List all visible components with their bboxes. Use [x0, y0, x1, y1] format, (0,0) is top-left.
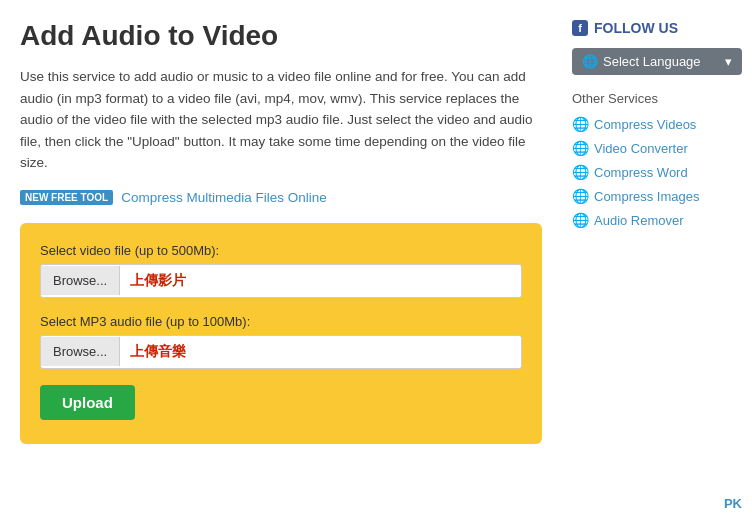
page-wrapper: Add Audio to Video Use this service to a… [0, 0, 752, 531]
audio-file-display: 上傳音樂 [120, 336, 521, 368]
list-item: 🌐 Compress Word [572, 164, 742, 180]
service-globe-icon-0: 🌐 [572, 116, 589, 132]
tool-link[interactable]: Compress Multimedia Files Online [121, 190, 327, 205]
new-tool-bar: NEW FREE TOOL Compress Multimedia Files … [20, 190, 542, 205]
follow-us-header: f FOLLOW US [572, 20, 742, 36]
follow-us-label: FOLLOW US [594, 20, 678, 36]
sidebar-inner: f FOLLOW US 🌐 Select Language ▾ Other Se… [572, 20, 742, 511]
audio-file-section: Select MP3 audio file (up to 100Mb): Bro… [40, 314, 522, 369]
globe-icon: 🌐 [582, 54, 598, 69]
service-label-3: Compress Images [594, 189, 699, 204]
video-file-label: Select video file (up to 500Mb): [40, 243, 522, 258]
service-globe-icon-1: 🌐 [572, 140, 589, 156]
service-label-2: Compress Word [594, 165, 688, 180]
audio-file-label: Select MP3 audio file (up to 100Mb): [40, 314, 522, 329]
service-link-audio-remover[interactable]: 🌐 Audio Remover [572, 212, 742, 228]
video-browse-button[interactable]: Browse... [41, 266, 120, 295]
select-language-button[interactable]: 🌐 Select Language ▾ [572, 48, 742, 75]
service-link-compress-word[interactable]: 🌐 Compress Word [572, 164, 742, 180]
service-globe-icon-2: 🌐 [572, 164, 589, 180]
list-item: 🌐 Compress Images [572, 188, 742, 204]
dropdown-arrow-icon: ▾ [725, 54, 732, 69]
select-language-label: Select Language [603, 54, 701, 69]
service-globe-icon-4: 🌐 [572, 212, 589, 228]
list-item: 🌐 Video Converter [572, 140, 742, 156]
new-free-tool-badge: NEW FREE TOOL [20, 190, 113, 205]
audio-input-row: Browse... 上傳音樂 [40, 335, 522, 369]
service-list: 🌐 Compress Videos 🌐 Video Converter 🌐 Co… [572, 116, 742, 236]
list-item: 🌐 Audio Remover [572, 212, 742, 228]
video-file-display: 上傳影片 [120, 265, 521, 297]
service-link-video-converter[interactable]: 🌐 Video Converter [572, 140, 742, 156]
video-file-section: Select video file (up to 500Mb): Browse.… [40, 243, 522, 298]
service-label-4: Audio Remover [594, 213, 684, 228]
other-services-label: Other Services [572, 91, 742, 106]
main-content: Add Audio to Video Use this service to a… [20, 20, 562, 511]
audio-browse-button[interactable]: Browse... [41, 337, 120, 366]
page-title: Add Audio to Video [20, 20, 542, 52]
service-globe-icon-3: 🌐 [572, 188, 589, 204]
facebook-icon: f [572, 20, 588, 36]
sidebar: f FOLLOW US 🌐 Select Language ▾ Other Se… [562, 20, 742, 511]
lang-left: 🌐 Select Language [582, 54, 701, 69]
page-description: Use this service to add audio or music t… [20, 66, 542, 174]
service-link-compress-images[interactable]: 🌐 Compress Images [572, 188, 742, 204]
service-label-0: Compress Videos [594, 117, 696, 132]
service-link-compress-videos[interactable]: 🌐 Compress Videos [572, 116, 742, 132]
upload-box: Select video file (up to 500Mb): Browse.… [20, 223, 542, 444]
service-label-1: Video Converter [594, 141, 688, 156]
video-input-row: Browse... 上傳影片 [40, 264, 522, 298]
upload-button[interactable]: Upload [40, 385, 135, 420]
pk-label: PK [572, 476, 742, 511]
list-item: 🌐 Compress Videos [572, 116, 742, 132]
